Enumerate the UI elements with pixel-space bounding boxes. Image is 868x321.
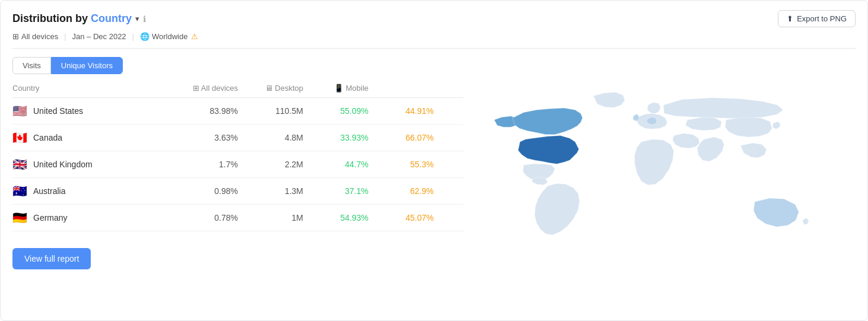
mobile-cell: 55.3% bbox=[368, 160, 434, 169]
new-zealand-path bbox=[802, 218, 809, 224]
devices-filter[interactable]: ⊞ All devices bbox=[12, 32, 58, 41]
mobile-cell: 44.91% bbox=[368, 106, 434, 116]
desktop-cell: 44.7% bbox=[303, 160, 368, 169]
china-path bbox=[725, 117, 772, 136]
flag-icon: 🇩🇪 bbox=[12, 212, 27, 224]
flag-icon: 🇦🇺 bbox=[12, 185, 27, 197]
col-country: Country bbox=[12, 84, 179, 93]
chevron-down-icon[interactable]: ▾ bbox=[135, 14, 139, 23]
middle-east-path bbox=[672, 133, 699, 148]
country-cell: 🇨🇦 Canada bbox=[12, 132, 179, 144]
desktop-cell: 37.1% bbox=[303, 186, 368, 196]
export-button[interactable]: ⬆ Export to PNG bbox=[778, 10, 856, 27]
visits-cell: 2.2M bbox=[238, 160, 303, 169]
country-table: Country ⊞ All devices 🖥 Desktop 📱 Mobile… bbox=[12, 84, 463, 269]
region-filter[interactable]: 🌐 Worldwide bbox=[140, 32, 187, 41]
view-full-report-button[interactable]: View full report bbox=[12, 248, 91, 269]
tab-unique-visitors[interactable]: Unique Visitors bbox=[51, 57, 123, 74]
percentage-cell: 0.78% bbox=[179, 213, 238, 223]
country-cell: 🇩🇪 Germany bbox=[12, 212, 179, 224]
metric-tabs: Visits Unique Visitors bbox=[12, 57, 856, 74]
flag-icon: 🇨🇦 bbox=[12, 132, 27, 144]
desktop-cell: 54.93% bbox=[303, 213, 368, 223]
russia-path bbox=[663, 97, 783, 118]
world-map bbox=[476, 85, 844, 269]
widget-header: Distribution by Country ▾ ℹ ⬆ Export to … bbox=[12, 10, 856, 27]
world-map-section bbox=[463, 84, 856, 269]
country-name: Germany bbox=[33, 213, 68, 223]
desktop-icon: 🖥 bbox=[265, 84, 275, 93]
widget-title: Distribution by Country bbox=[12, 12, 132, 25]
desktop-cell: 33.93% bbox=[303, 133, 368, 142]
percentage-cell: 83.98% bbox=[179, 106, 238, 116]
mobile-cell: 45.07% bbox=[368, 213, 434, 223]
country-cell: 🇺🇸 United States bbox=[12, 105, 179, 117]
devices-icon: ⊞ bbox=[12, 32, 19, 41]
all-devices-icon: ⊞ bbox=[193, 84, 201, 93]
country-name: United States bbox=[33, 106, 83, 116]
table-header: Country ⊞ All devices 🖥 Desktop 📱 Mobile bbox=[12, 84, 463, 98]
india-path bbox=[697, 137, 724, 161]
japan-path bbox=[772, 122, 780, 129]
col-mobile: 📱 Mobile bbox=[303, 84, 368, 93]
desktop-cell: 55.09% bbox=[303, 106, 368, 116]
percentage-cell: 0.98% bbox=[179, 186, 238, 196]
table-body: 🇺🇸 United States 83.98% 110.5M 55.09% 44… bbox=[12, 98, 463, 231]
se-asia-path bbox=[740, 142, 766, 157]
visits-cell: 110.5M bbox=[238, 106, 303, 116]
central-asia-path bbox=[685, 117, 721, 130]
country-name: United Kingdom bbox=[33, 160, 93, 169]
greenland-path bbox=[593, 92, 625, 107]
usa-path bbox=[518, 135, 578, 164]
visits-cell: 1.3M bbox=[238, 186, 303, 196]
flag-icon: 🇺🇸 bbox=[12, 105, 27, 117]
info-icon[interactable]: ℹ bbox=[143, 14, 146, 24]
country-cell: 🇦🇺 Australia bbox=[12, 185, 179, 197]
col-desktop: 🖥 Desktop bbox=[238, 84, 303, 93]
percentage-cell: 1.7% bbox=[179, 160, 238, 169]
country-cell: 🇬🇧 United Kingdom bbox=[12, 158, 179, 170]
content-area: Country ⊞ All devices 🖥 Desktop 📱 Mobile… bbox=[12, 84, 856, 269]
visits-cell: 4.8M bbox=[238, 133, 303, 142]
visits-cell: 1M bbox=[238, 213, 303, 223]
africa-path bbox=[634, 139, 673, 185]
scandinavia-path bbox=[647, 102, 660, 113]
table-row[interactable]: 🇦🇺 Australia 0.98% 1.3M 37.1% 62.9% bbox=[12, 178, 463, 205]
mobile-icon: 📱 bbox=[334, 84, 346, 93]
canada-path bbox=[513, 108, 583, 135]
title-area: Distribution by Country ▾ ℹ bbox=[12, 12, 146, 25]
meta-row: ⊞ All devices | Jan – Dec 2022 | 🌐 World… bbox=[12, 32, 856, 49]
globe-icon: 🌐 bbox=[140, 32, 150, 41]
mobile-cell: 62.9% bbox=[368, 186, 434, 196]
tab-visits[interactable]: Visits bbox=[12, 57, 51, 74]
percentage-cell: 3.63% bbox=[179, 133, 238, 142]
country-name: Australia bbox=[33, 186, 65, 196]
country-name: Canada bbox=[33, 133, 62, 142]
distribution-widget: Distribution by Country ▾ ℹ ⬆ Export to … bbox=[0, 0, 868, 321]
australia-path bbox=[753, 198, 799, 226]
table-row[interactable]: 🇬🇧 United Kingdom 1.7% 2.2M 44.7% 55.3% bbox=[12, 151, 463, 178]
export-icon: ⬆ bbox=[787, 14, 793, 23]
col-all-devices: ⊞ All devices bbox=[179, 84, 238, 93]
table-row[interactable]: 🇺🇸 United States 83.98% 110.5M 55.09% 44… bbox=[12, 98, 463, 125]
table-row[interactable]: 🇨🇦 Canada 3.63% 4.8M 33.93% 66.07% bbox=[12, 125, 463, 151]
flag-icon: 🇬🇧 bbox=[12, 158, 27, 170]
table-row[interactable]: 🇩🇪 Germany 0.78% 1M 54.93% 45.07% bbox=[12, 205, 463, 231]
south-america-path bbox=[535, 183, 580, 235]
mobile-cell: 66.07% bbox=[368, 133, 434, 142]
date-range: Jan – Dec 2022 bbox=[72, 32, 126, 41]
warning-icon: ⚠ bbox=[191, 32, 198, 41]
